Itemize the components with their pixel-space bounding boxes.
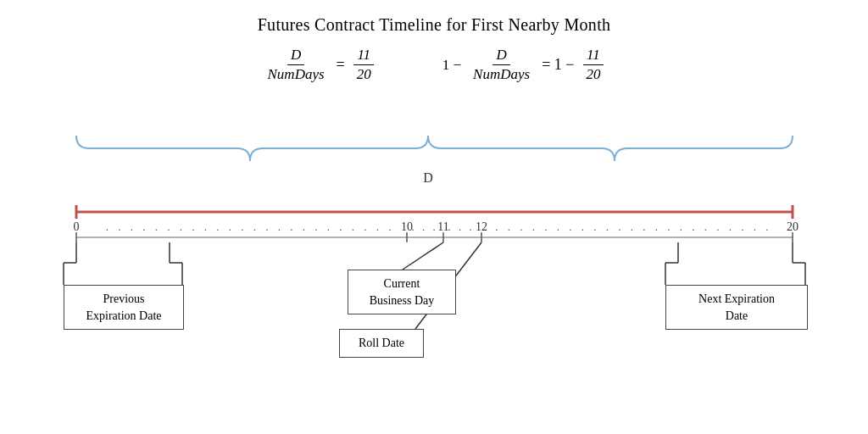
svg-text:. . . . . . . . . . . . . . . : . . . . . . . . . . . . . . . . . . . . …: [106, 220, 395, 233]
page-container: Futures Contract Timeline for First Near…: [0, 0, 868, 434]
value-fraction-left: 11 20: [353, 47, 375, 83]
svg-text:0: 0: [74, 220, 80, 233]
page-title: Futures Contract Timeline for First Near…: [0, 0, 868, 35]
fraction-left: D NumDays: [264, 47, 328, 83]
fraction-right-denominator: NumDays: [470, 65, 533, 83]
svg-text:. . .: . . .: [448, 220, 474, 233]
roll-date-label: Roll Date: [339, 329, 424, 358]
formulas-row: D NumDays = 11 20 1 − D NumDays = 1 − 11…: [0, 47, 868, 83]
value-left-den: 20: [353, 65, 375, 83]
next-expiration-label: Next ExpirationDate: [665, 285, 808, 330]
fraction-right: D NumDays: [470, 47, 533, 83]
fraction-left-numerator: D: [287, 47, 304, 65]
d-label: D: [423, 170, 433, 185]
formula-right: 1 − D NumDays = 1 − 11 20: [442, 47, 604, 83]
value-left-num: 11: [353, 47, 374, 65]
svg-text:. . . . . . . . . . . . . . . : . . . . . . . . . . . . . . . . . . . . …: [483, 220, 772, 233]
svg-text:10: 10: [401, 220, 413, 233]
svg-text:11: 11: [437, 220, 448, 233]
svg-text:12: 12: [476, 220, 487, 233]
equals-left: =: [337, 56, 345, 74]
svg-text:20: 20: [787, 220, 798, 233]
svg-text:. . .: . . .: [411, 220, 437, 233]
fraction-right-numerator: D: [492, 47, 509, 65]
value-right-den: 20: [582, 65, 604, 83]
fraction-left-denominator: NumDays: [264, 65, 328, 83]
previous-expiration-label: PreviousExpiration Date: [64, 285, 184, 330]
value-right-num: 11: [583, 47, 604, 65]
current-business-day-label: CurrentBusiness Day: [348, 270, 456, 314]
formula-right-prefix: 1 −: [442, 57, 461, 74]
formula-left: D NumDays = 11 20: [264, 47, 375, 83]
svg-line-24: [403, 242, 443, 270]
equals-right: = 1 −: [542, 56, 574, 74]
value-fraction-right: 11 20: [582, 47, 604, 83]
